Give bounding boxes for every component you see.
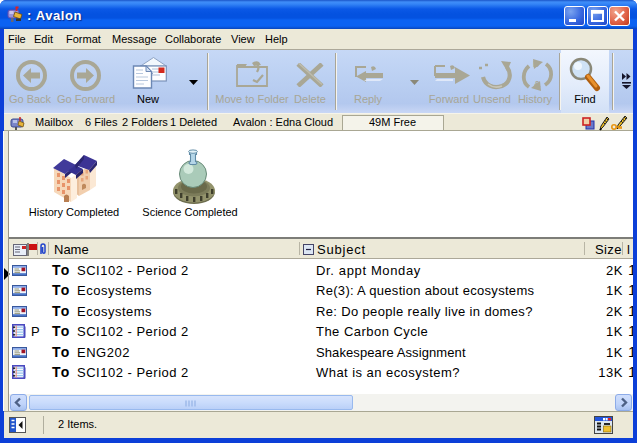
- svg-text:&: &: [534, 79, 541, 89]
- svg-text:D: D: [533, 59, 540, 69]
